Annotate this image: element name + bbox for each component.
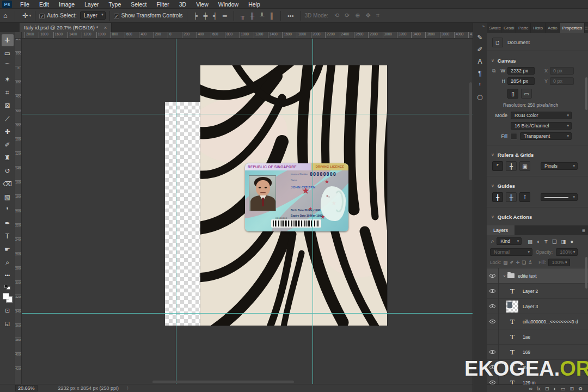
landscape-orientation-button[interactable]: ▭	[521, 89, 532, 99]
layer-filter-icon[interactable]: ◨	[560, 238, 567, 244]
tab-properties[interactable]: Properties	[560, 23, 585, 33]
libraries-panel-icon[interactable]: ⬡	[475, 92, 486, 103]
blur-tool-icon[interactable]: ❜	[2, 204, 14, 216]
new-layer-icon[interactable]: ⊞	[569, 386, 574, 391]
canvas-viewport[interactable]: ★ ★ ★ ★ ★ REPUBLIC OF SINGAPORE DRIVING …	[22, 39, 473, 384]
vertical-guide[interactable]	[176, 39, 176, 384]
color-mode-dropdown[interactable]: RGB Color	[511, 112, 572, 119]
brushes-icon[interactable]: ✐	[475, 44, 486, 55]
delete-layer-icon[interactable]: ♻	[578, 386, 583, 391]
3d-mode-icon[interactable]: ⊕	[352, 12, 363, 19]
layer-filter-icon[interactable]: ●	[569, 238, 574, 244]
layer-row[interactable]: Layer 3	[487, 299, 588, 314]
menu-file[interactable]: File	[15, 0, 34, 9]
photoshop-logo-icon[interactable]: Ps	[2, 1, 12, 8]
menu-filter[interactable]: Filter	[151, 0, 174, 9]
paragraph-panel-icon[interactable]: ¶	[475, 68, 486, 79]
close-tab-icon[interactable]: ×	[104, 25, 107, 30]
layer-filter-icon[interactable]: ❏	[551, 238, 558, 244]
3d-mode-icon[interactable]: ⟳	[342, 12, 352, 19]
menu-view[interactable]: View	[191, 0, 213, 9]
glyphs-panel-icon[interactable]: Ꞌ	[475, 80, 486, 91]
menu-edit[interactable]: Edit	[34, 0, 54, 9]
tab-layers[interactable]: Layers	[487, 225, 514, 235]
bit-depth-dropdown[interactable]: 16 Bits/Channel	[511, 122, 572, 130]
menu-type[interactable]: Type	[103, 0, 126, 9]
quick-mask-icon[interactable]: ⊡	[2, 304, 14, 316]
portrait-orientation-button[interactable]: ▯	[507, 89, 518, 99]
default-colors-icon[interactable]	[4, 285, 11, 290]
menu-image[interactable]: Image	[54, 0, 79, 9]
toggle-guides-icon[interactable]: ╂	[492, 192, 503, 202]
distribute-icon[interactable]: ╥	[238, 13, 248, 19]
canvas-horizontal-scrollbar[interactable]	[152, 381, 294, 383]
tab-gradients[interactable]: Gradi	[501, 23, 516, 33]
brush-tool-icon[interactable]: ✐	[2, 139, 14, 151]
layer-name[interactable]: 169	[523, 350, 530, 355]
visibility-toggle[interactable]	[487, 314, 499, 329]
layer-row-group[interactable]: ∨ edite text	[487, 268, 588, 284]
panel-menu-icon[interactable]: ≡	[585, 23, 588, 33]
tab-swatches[interactable]: Swatc	[487, 23, 501, 33]
document-tab[interactable]: Italy id.psd @ 20.7% (RGB/16) * ×	[20, 23, 112, 32]
expand-panels-icon[interactable]: »	[482, 24, 485, 29]
gradient-tool-icon[interactable]: ▧	[2, 191, 14, 203]
type-tool-icon[interactable]: T	[2, 230, 14, 242]
menu-window[interactable]: Window	[213, 0, 243, 9]
height-field[interactable]: 2854 px	[507, 77, 535, 85]
clone-stamp-tool-icon[interactable]: ♜	[2, 152, 14, 164]
lock-icon[interactable]: ✐	[510, 260, 513, 265]
character-panel-icon[interactable]: A	[475, 56, 486, 67]
tab-history[interactable]: Histo	[531, 23, 546, 33]
marquee-tool-icon[interactable]: ▭	[2, 47, 14, 59]
canvas-section-header[interactable]: ∨ Canvas	[487, 54, 588, 66]
menu-help[interactable]: Help	[243, 0, 265, 9]
layer-filter-icon[interactable]: ▤	[526, 238, 534, 244]
tab-patterns[interactable]: Patte	[516, 23, 531, 33]
lock-guides-icon[interactable]: ⊺	[519, 192, 530, 202]
menu-layer[interactable]: Layer	[79, 0, 103, 9]
lock-icon[interactable]: ≙	[528, 260, 532, 265]
link-layers-icon[interactable]: ∞	[529, 386, 532, 391]
layer-filter-kind-dropdown[interactable]: Kind	[497, 237, 522, 245]
align-icon[interactable]: ═	[220, 13, 230, 19]
hand-tool-icon[interactable]: ☛	[2, 243, 14, 255]
3d-mode-icon[interactable]: ⌗	[373, 12, 382, 19]
auto-select-target-dropdown[interactable]: Layer	[80, 11, 106, 20]
auto-select-checkbox[interactable]: ✓	[39, 14, 45, 19]
layer-row[interactable]: T 1ae	[487, 329, 588, 345]
align-icon[interactable]: ╪	[200, 13, 210, 19]
horizontal-ruler[interactable]: 2000180016001400120010008006004002000200…	[22, 32, 473, 39]
show-transform-checkbox[interactable]: ✓	[114, 14, 119, 19]
fill-swatch[interactable]	[511, 133, 517, 139]
home-icon[interactable]: ⌂	[0, 11, 11, 20]
brush-settings-icon[interactable]: ✎	[475, 32, 486, 43]
tab-actions[interactable]: Actio	[546, 23, 560, 33]
frame-tool-icon[interactable]: ⊠	[2, 100, 14, 112]
quick-actions-section-header[interactable]: ∨ Quick Actions	[487, 211, 588, 222]
transparent-canvas-area[interactable]	[165, 102, 200, 326]
spot-healing-tool-icon[interactable]: ✚	[2, 126, 14, 138]
visibility-toggle[interactable]	[487, 329, 499, 345]
layer-effects-icon[interactable]: fx	[537, 386, 541, 391]
3d-mode-icon[interactable]: ⟲	[332, 12, 342, 19]
canvas-vertical-scrollbar[interactable]	[469, 82, 472, 180]
align-icon[interactable]: ╞	[191, 13, 201, 19]
horizontal-guide[interactable]	[22, 114, 473, 114]
properties-scrollbar[interactable]	[585, 77, 587, 110]
layer-name[interactable]: 1ae	[523, 334, 530, 340]
opacity-dropdown[interactable]: 100%	[556, 248, 578, 256]
menu-select[interactable]: Select	[126, 0, 151, 9]
move-tool-icon[interactable]: ✛	[2, 34, 14, 46]
lock-icon[interactable]: ✛	[516, 260, 519, 265]
layers-scrollbar[interactable]	[585, 257, 587, 289]
vertical-guide[interactable]	[313, 39, 313, 384]
visibility-toggle[interactable]	[487, 299, 499, 314]
layer-filter-icon[interactable]: ◐	[536, 238, 541, 244]
rulers-grids-section-header[interactable]: ∨ Rulers & Grids	[487, 149, 588, 160]
layer-name[interactable]: Layer 3	[523, 304, 538, 309]
group-expand-chevron-icon[interactable]: ∨	[503, 274, 506, 278]
ruler-units-dropdown[interactable]: Pixels	[541, 162, 578, 170]
foreground-background-swatches[interactable]	[2, 292, 13, 303]
align-icon[interactable]: ╡	[210, 13, 220, 19]
